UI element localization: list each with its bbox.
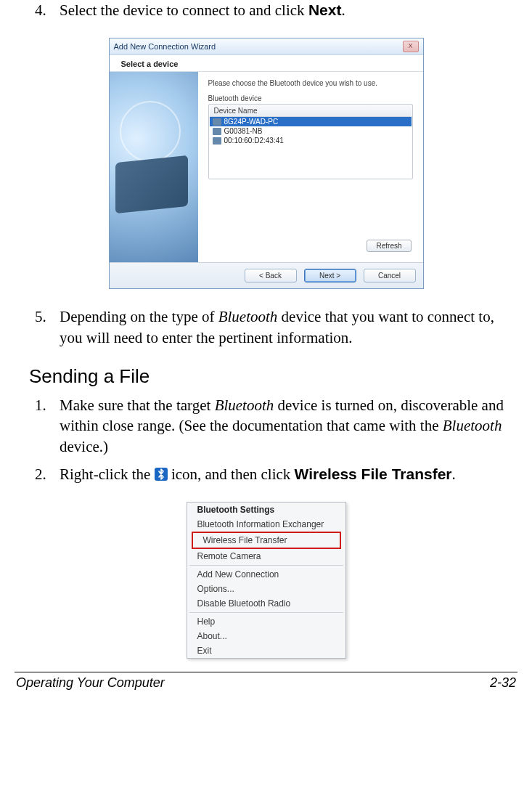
- wizard-main: Please choose the Bluetooth device you w…: [198, 72, 423, 262]
- device-name: 8G24P-WAD-PC: [224, 118, 279, 126]
- footer-rule: [15, 672, 517, 672]
- computer-icon: [213, 118, 221, 126]
- next-button[interactable]: Next >: [304, 269, 356, 282]
- figure-context-menu: Bluetooth Settings Bluetooth Information…: [15, 502, 517, 659]
- footer-left: Operating Your Computer: [16, 675, 165, 691]
- step-number: 4.: [35, 0, 60, 20]
- menu-item-wireless-file-transfer[interactable]: Wireless File Transfer: [193, 533, 340, 548]
- step-number: 2.: [35, 464, 60, 484]
- step-text: Select the device to connect to and clic…: [60, 0, 345, 20]
- wizard-instruction: Please choose the Bluetooth device you w…: [208, 79, 413, 87]
- step-text: Depending on the type of Bluetooth devic…: [60, 306, 510, 348]
- menu-item-options[interactable]: Options...: [187, 582, 345, 596]
- ui-label-wireless-file-transfer: Wireless File Transfer: [295, 465, 452, 482]
- computer-icon: [213, 137, 221, 145]
- footer-right: 2-32: [490, 675, 516, 691]
- step-text: Right-click the icon, and then click Wir…: [60, 464, 456, 484]
- computer-icon: [213, 128, 221, 135]
- device-row[interactable]: 00:10:60:D2:43:41: [210, 136, 412, 145]
- section-heading: Sending a File: [29, 365, 517, 388]
- wizard-device-group: Device Name 8G24P-WAD-PC G00381-NB: [208, 104, 413, 179]
- text-fragment: .: [341, 1, 345, 19]
- text-fragment: icon, and then click: [168, 465, 295, 483]
- text-fragment: Bluetooth: [443, 417, 502, 434]
- device-row[interactable]: 8G24P-WAD-PC: [210, 117, 412, 126]
- device-name: G00381-NB: [224, 127, 263, 135]
- figure-wizard-screenshot: Add New Connection Wizard X Select a dev…: [15, 38, 517, 289]
- text-fragment: Depending on the type of: [60, 308, 218, 325]
- device-row[interactable]: G00381-NB: [210, 126, 412, 136]
- menu-item-disable-radio[interactable]: Disable Bluetooth Radio: [187, 596, 345, 611]
- menu-item-info-exchanger[interactable]: Bluetooth Information Exchanger: [187, 517, 345, 532]
- back-button[interactable]: < Back: [245, 269, 297, 282]
- wizard-body: Please choose the Bluetooth device you w…: [110, 71, 423, 262]
- menu-item-remote-camera[interactable]: Remote Camera: [187, 549, 345, 564]
- ui-label-next: Next: [308, 1, 342, 18]
- menu-separator: [189, 565, 343, 566]
- wizard-title: Add New Connection Wizard: [114, 42, 216, 51]
- wizard-step-heading: Select a device: [110, 55, 423, 71]
- text-fragment: Select the device to connect to and clic…: [60, 1, 308, 19]
- step-number: 1.: [35, 395, 60, 457]
- step-list-c: 1. Make sure that the target Bluetooth d…: [15, 395, 517, 484]
- step-list-b: 5. Depending on the type of Bluetooth de…: [15, 306, 517, 348]
- bluetooth-context-menu: Bluetooth Settings Bluetooth Information…: [187, 502, 346, 659]
- text-fragment: .: [452, 465, 456, 483]
- device-column-header: Device Name: [210, 105, 412, 117]
- add-connection-wizard: Add New Connection Wizard X Select a dev…: [109, 38, 424, 289]
- menu-item-bluetooth-settings[interactable]: Bluetooth Settings: [187, 503, 345, 517]
- callout-highlight: Wireless File Transfer: [192, 532, 341, 549]
- refresh-button[interactable]: Refresh: [367, 240, 411, 252]
- text-fragment: Right-click the: [60, 465, 155, 483]
- wizard-footer: < Back Next > Cancel: [110, 262, 423, 288]
- page-footer: Operating Your Computer 2-32: [15, 675, 517, 695]
- device-listbox[interactable]: 8G24P-WAD-PC G00381-NB 00:10:60:D2:43:41: [210, 117, 412, 178]
- list-item: 4. Select the device to connect to and c…: [35, 0, 510, 20]
- list-item: 5. Depending on the type of Bluetooth de…: [35, 306, 510, 348]
- wizard-group-label: Bluetooth device: [208, 94, 413, 102]
- bluetooth-icon: [155, 468, 168, 481]
- device-name: 00:10:60:D2:43:41: [224, 137, 284, 145]
- menu-item-help[interactable]: Help: [187, 614, 345, 629]
- menu-separator: [189, 612, 343, 613]
- menu-item-about[interactable]: About...: [187, 629, 345, 643]
- list-item: 2. Right-click the icon, and then click …: [35, 464, 510, 484]
- text-fragment: device.): [60, 438, 108, 455]
- wizard-titlebar: Add New Connection Wizard X: [110, 38, 423, 55]
- cancel-button[interactable]: Cancel: [364, 269, 416, 282]
- text-fragment: Bluetooth: [218, 308, 278, 325]
- list-item: 1. Make sure that the target Bluetooth d…: [35, 395, 510, 457]
- step-number: 5.: [35, 306, 60, 348]
- text-fragment: Make sure that the target: [60, 396, 215, 414]
- close-icon[interactable]: X: [403, 41, 419, 52]
- step-list-a: 4. Select the device to connect to and c…: [15, 0, 517, 20]
- wizard-side-graphic: [110, 72, 198, 262]
- text-fragment: Bluetooth: [215, 396, 274, 414]
- menu-item-exit[interactable]: Exit: [187, 643, 345, 658]
- menu-item-add-new-connection[interactable]: Add New Connection: [187, 567, 345, 582]
- step-text: Make sure that the target Bluetooth devi…: [60, 395, 510, 457]
